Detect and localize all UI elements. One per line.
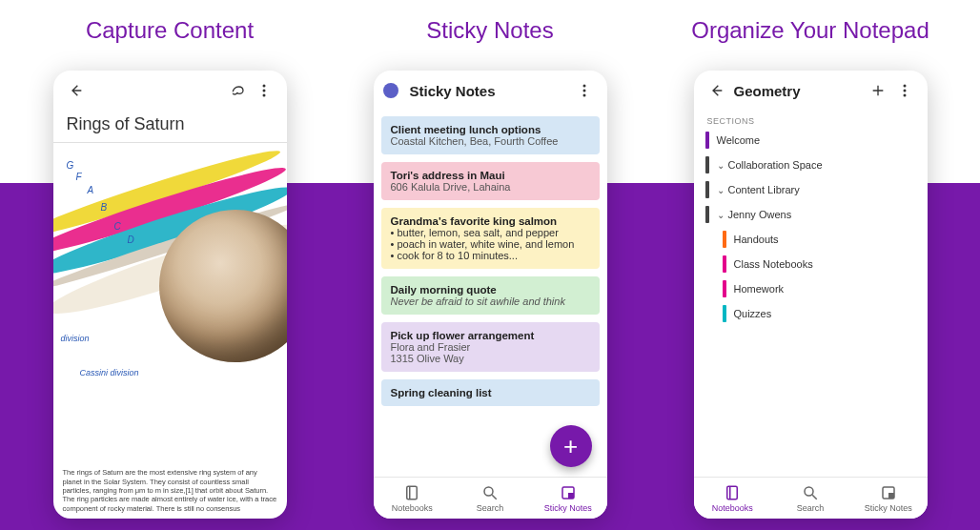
sticky-notes-icon — [560, 484, 577, 503]
section-label: Content Library — [728, 184, 800, 195]
more-icon[interactable] — [251, 77, 277, 104]
note-head: Grandma's favorite king salmon — [391, 215, 590, 227]
bottom-nav: NotebooksSearchSticky Notes — [374, 477, 607, 519]
nav-label: Notebooks — [712, 503, 753, 513]
phone-capture: Rings of Saturn G F A B C D division Cas — [53, 71, 287, 519]
svg-rect-20 — [888, 493, 894, 499]
svg-point-14 — [903, 94, 906, 97]
panel-title: Sticky Notes — [426, 17, 553, 44]
search-icon — [481, 484, 499, 503]
note-sub: Flora and Frasier1315 Olive Way — [391, 341, 590, 364]
section-color — [723, 231, 726, 248]
note-head: Spring cleaning list — [391, 387, 590, 398]
panel-capture: Capture Content Rings of Saturn — [20, 0, 320, 519]
section-label: Welcome — [717, 134, 761, 146]
sections-header: SECTIONS — [694, 111, 928, 128]
panel-title: Organize Your Notepad — [691, 17, 929, 44]
annotation-cassini: Cassini division — [80, 368, 139, 377]
ring-label-c: C — [114, 221, 121, 232]
appbar-title: Sticky Notes — [410, 83, 496, 99]
note-body-text: The rings of Saturn are the most extensi… — [63, 468, 277, 513]
nav-notebooks[interactable]: Notebooks — [374, 478, 452, 519]
avatar[interactable] — [383, 83, 398, 98]
panel-organize: Organize Your Notepad Geometry SECTIONS … — [661, 0, 961, 519]
ring-label-b: B — [101, 202, 108, 213]
appbar: Sticky Notes — [374, 71, 607, 111]
section-label: Jenny Owens — [728, 209, 792, 220]
note-title: Rings of Saturn — [67, 114, 274, 134]
svg-point-8 — [484, 487, 493, 496]
section-item[interactable]: ⌄Jenny Owens — [694, 202, 928, 227]
panel-title: Capture Content — [86, 17, 254, 44]
nav-label: Sticky Notes — [865, 503, 912, 513]
nav-search[interactable]: Search — [771, 478, 849, 519]
back-icon[interactable] — [704, 77, 730, 104]
appbar — [53, 71, 287, 111]
section-color — [723, 255, 726, 273]
subsection-item[interactable]: Homework — [694, 276, 928, 301]
section-color — [705, 181, 709, 198]
svg-point-5 — [582, 94, 585, 97]
sticky-note[interactable]: Client meeting lunch optionsCoastal Kitc… — [381, 116, 600, 154]
nav-sticky-notes[interactable]: Sticky Notes — [529, 478, 607, 519]
ring-label-g: G — [67, 160, 74, 171]
note-head: Daily morning quote — [391, 284, 590, 296]
section-item[interactable]: Welcome — [694, 128, 928, 153]
nav-notebooks[interactable]: Notebooks — [694, 478, 772, 519]
section-item[interactable]: ⌄Content Library — [694, 177, 928, 202]
subsection-item[interactable]: Class Notebooks — [694, 252, 928, 276]
section-label: Homework — [734, 283, 785, 295]
section-color — [723, 280, 726, 297]
nav-sticky-notes[interactable]: Sticky Notes — [849, 478, 928, 519]
chevron-down-icon: ⌄ — [717, 210, 725, 220]
note-title-row: Rings of Saturn — [53, 111, 287, 143]
note-sub: Coastal Kitchen, Bea, Fourth Coffee — [391, 135, 590, 147]
chevron-down-icon: ⌄ — [717, 185, 725, 195]
sticky-note[interactable]: Tori's address in Maui606 Kalula Drive, … — [381, 162, 600, 200]
section-label: Handouts — [734, 234, 779, 245]
subsection-item[interactable]: Handouts — [694, 227, 928, 252]
saturn-illustration: G F A B C D division Cassini division Th… — [53, 143, 287, 519]
ring-label-a: A — [88, 185, 94, 195]
panel-sticky: Sticky Notes Sticky Notes Client meeting… — [340, 0, 641, 519]
svg-point-4 — [582, 90, 585, 92]
nav-label: Sticky Notes — [544, 503, 592, 513]
note-bullets: butter, lemon, sea salt, and pepperpoach… — [391, 227, 590, 261]
back-icon[interactable] — [63, 77, 90, 104]
svg-line-9 — [492, 495, 497, 499]
sticky-note[interactable]: Spring cleaning list — [381, 379, 600, 406]
section-color — [705, 206, 709, 223]
subsection-item[interactable]: Quizzes — [694, 301, 928, 326]
sticky-note[interactable]: Daily morning quoteNever be afraid to si… — [381, 276, 600, 315]
svg-point-2 — [262, 94, 265, 97]
add-note-fab[interactable]: + — [550, 425, 592, 467]
note-bullet: cook for 8 to 10 minutes... — [391, 250, 590, 261]
section-color — [723, 305, 726, 322]
sticky-note[interactable]: Pick up flower arrangementFlora and Fras… — [381, 322, 600, 372]
section-label: Quizzes — [734, 308, 772, 319]
section-label: Collaboration Space — [728, 159, 823, 171]
nav-search[interactable]: Search — [451, 478, 529, 519]
notebooks-icon — [403, 484, 420, 503]
svg-rect-6 — [407, 486, 418, 499]
svg-point-12 — [903, 85, 906, 88]
note-sub: Never be afraid to sit awhile and think — [391, 296, 590, 307]
ring-label-f: F — [76, 172, 82, 182]
bottom-nav: NotebooksSearchSticky Notes — [694, 477, 928, 519]
add-icon[interactable] — [865, 77, 891, 104]
note-sub: 606 Kalula Drive, Lahaina — [391, 181, 590, 193]
note-bullet: butter, lemon, sea salt, and pepper — [391, 227, 590, 238]
section-item[interactable]: ⌄Collaboration Space — [694, 153, 928, 177]
sticky-notes-icon — [880, 484, 897, 503]
more-icon[interactable] — [571, 77, 598, 104]
more-icon[interactable] — [891, 77, 918, 104]
sticky-note[interactable]: Grandma's favorite king salmonbutter, le… — [381, 208, 600, 269]
section-color — [705, 132, 709, 149]
section-color — [705, 156, 709, 173]
note-bullet: poach in water, white wine, and lemon — [391, 238, 590, 250]
phone-sticky: Sticky Notes Client meeting lunch option… — [374, 71, 607, 519]
lasso-icon[interactable] — [224, 77, 251, 104]
svg-point-1 — [262, 90, 265, 92]
nav-label: Search — [797, 503, 825, 513]
notebooks-icon — [724, 484, 741, 503]
